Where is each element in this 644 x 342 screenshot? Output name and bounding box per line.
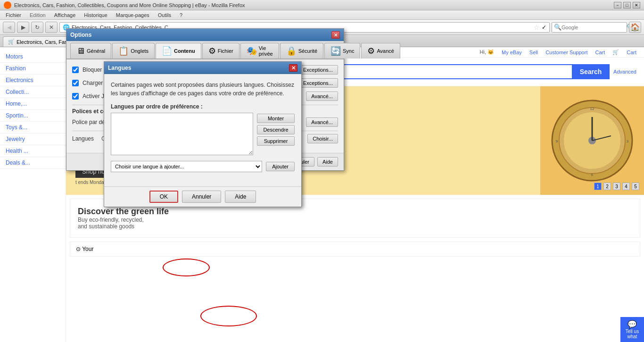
minimize-btn[interactable]: − [614,2,621,8]
menu-edition[interactable]: Edition [26,11,50,19]
menu-historique[interactable]: Historique [80,11,111,19]
nav-item-health[interactable]: Health ... [0,145,66,157]
maximize-btn[interactable]: □ [623,2,631,8]
community-link[interactable]: Customer Support [545,50,587,55]
supprimer-btn[interactable]: Supprimer [257,136,295,146]
onglets-icon: 📋 [118,46,129,56]
back-btn[interactable]: ◀ [3,22,15,33]
langues-aide-btn[interactable]: Aide [225,191,256,203]
reload-btn[interactable]: ↻ [31,22,43,33]
green-sub2: and sustainable goods [78,223,632,230]
browser-search-input[interactable] [561,25,627,30]
my-ebay-link[interactable]: My eBay [502,50,522,55]
securite-icon: 🔒 [286,46,297,56]
tab-applications[interactable]: ⚙ Fichier [202,43,239,58]
menu-outils[interactable]: Outils [154,11,175,19]
banner-dot-4[interactable]: 4 [622,183,630,190]
langues-label: Langues [72,135,94,142]
bookmark-star-icon[interactable]: ☆ [534,24,540,31]
svg-text:9: 9 [556,139,558,143]
cart-link[interactable]: Cart [627,50,636,55]
home-btn[interactable]: 🏠 [629,22,641,33]
tab-sync[interactable]: 🔄 Sync [324,43,360,58]
activer-avance-btn[interactable]: Avancé... [306,92,338,101]
window-controls: − □ ✕ [614,2,640,8]
sync-icon: 🔄 [330,46,341,56]
nav-item-fashion[interactable]: Fashion [0,63,66,75]
langues-ok-btn[interactable]: OK [149,191,178,203]
browser-search-bar[interactable]: 🔍 🔍 [552,22,627,33]
general-icon: 🖥 [76,46,85,56]
window-title: Electronics, Cars, Fashion, Collectibles… [14,2,614,8]
options-title: Options [70,32,331,38]
nav-item-toys[interactable]: Toys &... [0,122,66,133]
nav-item-deals[interactable]: Deals &... [0,157,66,169]
tab-vie-privee-label: Vie privée [259,45,273,57]
options-aide-btn[interactable]: Aide [317,157,338,167]
banner-dot-1[interactable]: 1 [594,183,602,190]
nav-item-home[interactable]: Home,... [0,98,66,110]
charger-checkbox[interactable] [72,80,79,86]
menu-bar: Fichier Edition Affichage Historique Mar… [0,10,644,20]
options-tabs: 🖥 Général 📋 Onglets 📄 Contenu ⚙ Fichier … [66,41,344,59]
menu-marque-pages[interactable]: Marque-pages [112,11,153,19]
svg-text:3: 3 [627,139,629,143]
tab-contenu[interactable]: 📄 Contenu [156,43,201,58]
contenu-icon: 📄 [162,46,172,56]
langues-choisir-btn[interactable]: Choisir... [307,134,338,143]
langues-list-area: Monter Descendre Supprimer [111,113,295,155]
langues-side-btns: Monter Descendre Supprimer [257,113,295,155]
options-titlebar: Options ✕ [66,29,344,41]
popup-exceptions-btn[interactable]: Exceptions... [298,65,338,75]
stop-btn[interactable]: ✕ [45,22,58,33]
svg-text:6: 6 [591,173,594,177]
advanced-link[interactable]: Advanced [613,69,636,75]
ajouter-btn[interactable]: Ajouter [266,162,295,171]
hi-text: Hi, 🐱 [480,49,495,55]
tell-us-widget[interactable]: 💬 Tell us what [620,317,644,342]
customer-support-link[interactable]: Cart [595,50,605,55]
descendre-btn[interactable]: Descendre [257,125,295,134]
menu-help[interactable]: ? [176,11,186,19]
tab-avance[interactable]: ⚙ Avancé [361,43,400,58]
banner-dot-2[interactable]: 2 [603,183,611,190]
options-close-btn[interactable]: ✕ [331,31,340,39]
banner-image: 12 6 3 9 [540,86,644,195]
langues-close-btn[interactable]: ✕ [289,64,297,72]
tab-general[interactable]: 🖥 Général [70,43,111,58]
langue-add-select[interactable]: Choisir une langue à ajouter... [111,161,262,172]
tab-vie-privee[interactable]: 🎭 Vie privée [240,43,279,58]
popup-checkbox[interactable] [72,67,79,73]
your-text: Your [82,246,93,252]
close-btn[interactable]: ✕ [633,2,640,8]
langues-annuler-btn[interactable]: Annuler [182,191,221,203]
applications-icon: ⚙ [208,46,216,56]
charger-exceptions-btn[interactable]: Exceptions... [298,78,338,88]
tab-general-label: Général [87,48,105,54]
tab-sync-label: Sync [343,48,354,54]
nav-item-electronics[interactable]: Electronics [0,75,66,86]
tab-onglets[interactable]: 📋 Onglets [112,43,155,58]
tab-securite[interactable]: 🔒 Sécurité [280,43,323,58]
langues-add-row: Choisir une langue à ajouter... Ajouter [111,161,295,172]
banner-dot-3[interactable]: 3 [613,183,620,190]
monter-btn[interactable]: Monter [257,114,295,123]
nav-item-motors[interactable]: Motors [0,51,66,63]
your-icon: ⊙ [76,246,81,252]
nav-item-jewelry[interactable]: Jewelry [0,133,66,145]
banner-dot-5[interactable]: 5 [632,183,639,190]
langues-listbox[interactable] [111,113,253,155]
search-button[interactable]: Search [572,64,610,79]
menu-affichage[interactable]: Affichage [50,11,80,19]
polices-avance-btn[interactable]: Avancé... [306,117,338,127]
tab-securite-label: Sécurité [298,48,317,54]
green-sub1: Buy eco-friendly, recycled, [78,217,632,223]
tell-us-text: Tell us what [622,329,642,339]
sell-link[interactable]: Sell [529,50,538,55]
activer-checkbox[interactable] [72,93,79,100]
nav-item-collectibles[interactable]: Collecti... [0,86,66,98]
svg-text:12: 12 [590,107,594,111]
menu-fichier[interactable]: Fichier [2,11,25,19]
forward-btn[interactable]: ▶ [17,22,29,33]
nav-item-sporting[interactable]: Sportin... [0,110,66,122]
